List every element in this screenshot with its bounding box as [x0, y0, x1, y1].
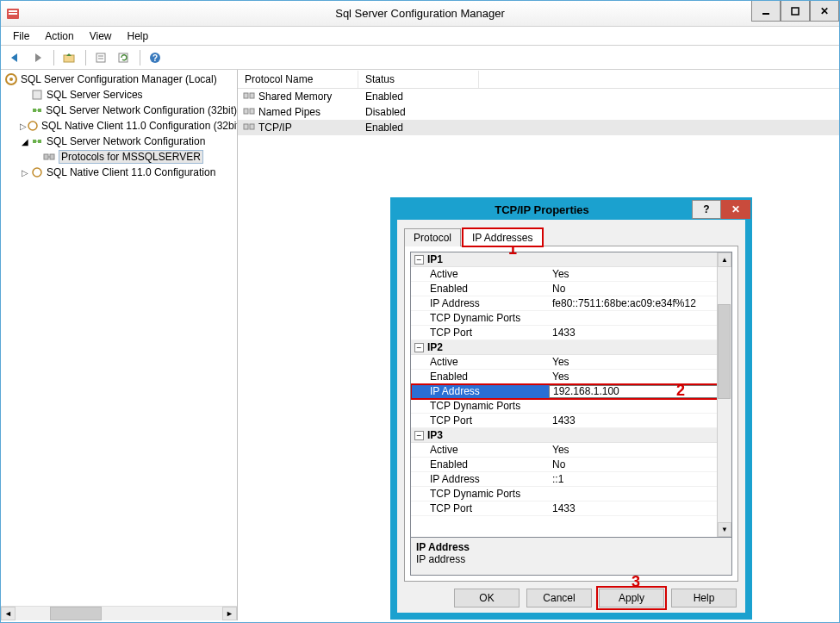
- protocol-name: Shared Memory: [258, 90, 332, 103]
- key-enabled: Enabled: [411, 371, 549, 383]
- back-icon[interactable]: [6, 48, 25, 67]
- val-ip1-port[interactable]: 1433: [549, 327, 731, 339]
- menu-file[interactable]: File: [6, 28, 36, 44]
- col-protocol-name[interactable]: Protocol Name: [238, 71, 358, 88]
- tab-ip-addresses[interactable]: IP Addresses: [463, 228, 543, 246]
- annotation-3: 3: [632, 573, 640, 591]
- tree-services[interactable]: SQL Server Services: [47, 89, 143, 101]
- svg-text:?: ?: [152, 53, 158, 63]
- network-icon: [30, 134, 44, 148]
- tree-root[interactable]: SQL Server Configuration Manager (Local): [21, 73, 217, 85]
- protocol-name: TCP/IP: [258, 121, 292, 134]
- dialog-help-button[interactable]: ?: [692, 200, 721, 219]
- description-text: IP address: [416, 553, 726, 565]
- key-enabled: Enabled: [411, 458, 549, 470]
- val-ip2-enabled[interactable]: Yes: [549, 371, 731, 383]
- svg-rect-22: [44, 154, 48, 159]
- scroll-thumb[interactable]: [718, 304, 731, 399]
- protocols-icon: [42, 150, 56, 164]
- tree-client[interactable]: SQL Native Client 11.0 Configuration: [47, 166, 215, 178]
- list-row[interactable]: Shared Memory Enabled: [238, 89, 839, 104]
- group-ip3: IP3: [427, 429, 443, 441]
- menu-help[interactable]: Help: [121, 28, 156, 44]
- list-row[interactable]: TCP/IP Enabled: [238, 120, 839, 135]
- ok-button[interactable]: OK: [454, 589, 520, 607]
- maximize-button[interactable]: [781, 1, 810, 22]
- refresh-icon[interactable]: [115, 48, 134, 67]
- protocol-name: Named Pipes: [258, 106, 320, 118]
- protocol-status: Enabled: [358, 90, 479, 103]
- toolbar: ?: [1, 46, 839, 70]
- collapse-icon[interactable]: −: [414, 343, 424, 352]
- tab-protocol[interactable]: Protocol: [404, 228, 461, 246]
- menu-action[interactable]: Action: [38, 28, 80, 44]
- protocol-status: Disabled: [358, 106, 479, 118]
- window-title: Sql Server Configuration Manager: [1, 7, 839, 20]
- menu-view[interactable]: View: [83, 28, 119, 44]
- svg-rect-31: [250, 124, 254, 129]
- val-ip2-active[interactable]: Yes: [549, 356, 731, 368]
- svg-rect-19: [33, 140, 36, 143]
- help-button[interactable]: Help: [671, 589, 737, 607]
- val-ip3-port[interactable]: 1433: [549, 502, 731, 514]
- svg-rect-6: [96, 53, 105, 62]
- svg-rect-28: [244, 109, 248, 114]
- client-icon: [30, 165, 44, 179]
- tree-protocols-selected[interactable]: Protocols for MSSQLSERVER: [59, 150, 203, 164]
- minimize-button[interactable]: [751, 1, 781, 22]
- services-icon: [30, 88, 44, 102]
- val-ip1-active[interactable]: Yes: [549, 268, 731, 280]
- tree-net32[interactable]: SQL Server Network Configuration (32bit): [46, 104, 237, 116]
- val-ip3-active[interactable]: Yes: [549, 444, 731, 456]
- description-heading: IP Address: [416, 541, 726, 553]
- tree-hscroll[interactable]: ◄ ►: [1, 606, 237, 620]
- val-ip1-addr[interactable]: fe80::7511:68be:ac09:e34f%12: [549, 297, 731, 309]
- dialog-close-button[interactable]: ✕: [721, 200, 750, 219]
- group-ip1: IP1: [427, 253, 443, 265]
- description-box: IP Address IP address: [410, 538, 732, 576]
- key-enabled: Enabled: [411, 283, 549, 295]
- svg-point-18: [28, 121, 37, 130]
- scroll-up-icon[interactable]: ▲: [718, 252, 731, 267]
- col-status[interactable]: Status: [358, 71, 479, 88]
- scroll-left-icon[interactable]: ◄: [1, 607, 16, 620]
- key-port: TCP Port: [411, 327, 549, 339]
- scroll-down-icon[interactable]: ▼: [718, 522, 731, 537]
- svg-rect-20: [38, 140, 41, 143]
- collapse-icon[interactable]: −: [414, 255, 424, 265]
- tree-netconfig[interactable]: SQL Server Network Configuration: [47, 135, 205, 147]
- svg-point-25: [33, 168, 41, 177]
- menubar: File Action View Help: [1, 27, 839, 46]
- svg-rect-1: [9, 10, 17, 12]
- val-ip2-port[interactable]: 1433: [549, 414, 731, 427]
- apply-button[interactable]: Apply: [599, 589, 664, 607]
- folder-up-icon[interactable]: [60, 48, 79, 67]
- key-active: Active: [411, 268, 549, 280]
- app-icon: [6, 7, 20, 21]
- main-window: Sql Server Configuration Manager ✕ File …: [0, 0, 840, 623]
- val-ip2-addr[interactable]: 192.168.1.100: [549, 385, 731, 398]
- key-dyn: TCP Dynamic Ports: [411, 312, 549, 324]
- close-button[interactable]: ✕: [810, 1, 839, 22]
- grid-scrollbar[interactable]: ▲ ▼: [717, 252, 731, 537]
- collapse-icon[interactable]: −: [414, 431, 424, 440]
- properties-icon[interactable]: [92, 48, 111, 67]
- svg-rect-5: [64, 55, 74, 62]
- tcpip-dialog: TCP/IP Properties ? ✕ Protocol IP Addres…: [390, 197, 752, 620]
- forward-icon[interactable]: [28, 48, 47, 67]
- val-ip1-enabled[interactable]: No: [549, 283, 731, 295]
- expand-twist-icon[interactable]: ▷: [20, 121, 27, 131]
- val-ip3-addr[interactable]: ::1: [549, 473, 731, 485]
- help-icon[interactable]: ?: [146, 48, 165, 67]
- client-icon: [27, 119, 39, 133]
- scroll-right-icon[interactable]: ►: [222, 607, 237, 620]
- scroll-thumb[interactable]: [50, 607, 102, 620]
- annotation-2: 2: [676, 382, 685, 400]
- val-ip3-enabled[interactable]: No: [549, 458, 731, 470]
- collapse-twist-icon[interactable]: ◢: [20, 137, 30, 146]
- expand-twist-icon[interactable]: ▷: [20, 168, 30, 178]
- cancel-button[interactable]: Cancel: [526, 589, 592, 607]
- tree-client32[interactable]: SQL Native Client 11.0 Configuration (32…: [41, 120, 238, 132]
- list-row[interactable]: Named Pipes Disabled: [238, 104, 839, 120]
- titlebar: Sql Server Configuration Manager ✕: [1, 1, 839, 27]
